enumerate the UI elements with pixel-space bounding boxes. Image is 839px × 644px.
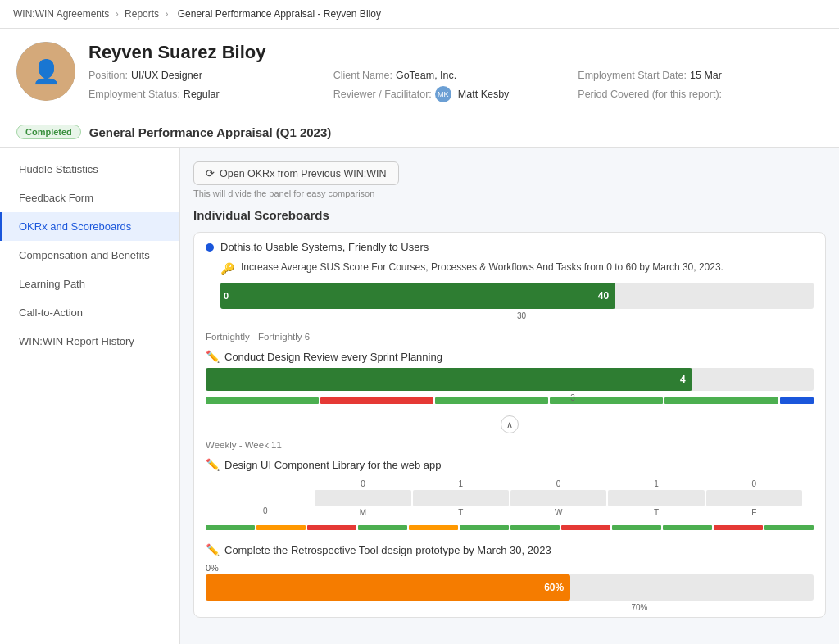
day-bar-T1 bbox=[413, 490, 509, 506]
open-okr-label: Open OKRx from Previous WIN:WIN bbox=[220, 168, 387, 179]
pencil-icon: ✏️ bbox=[206, 350, 220, 363]
sidebar-item-feedback[interactable]: Feedback Form bbox=[0, 184, 179, 212]
wm-3 bbox=[307, 525, 356, 530]
appraisal-title: General Performance Appraisal (Q1 2023) bbox=[89, 125, 331, 139]
fortnightly-bar-container: 4 3 bbox=[206, 368, 814, 391]
profile-name: Reyven Suarez Biloy bbox=[88, 42, 823, 63]
day-col-T1: 1 T bbox=[413, 479, 509, 517]
kr2-task-text: Complete the Retrospective Tool design p… bbox=[224, 544, 551, 556]
sidebar: Huddle Statistics Feedback Form OKRx and… bbox=[0, 148, 180, 644]
position-value: UI/UX Designer bbox=[131, 70, 202, 81]
wm-12 bbox=[764, 525, 814, 530]
mini-bar-3 bbox=[435, 397, 548, 404]
objective-row: Dothis.to Usable Systems, Friendly to Us… bbox=[194, 233, 825, 258]
day-label-F: F bbox=[706, 508, 802, 517]
fortnightly-bar-fill: 4 bbox=[206, 368, 692, 391]
kr1-row: 🔑 Increase Average SUS Score For Courses… bbox=[194, 258, 825, 315]
mini-bar-5 bbox=[664, 397, 778, 404]
sidebar-item-cta[interactable]: Call-to-Action bbox=[0, 298, 179, 327]
breadcrumb-reports[interactable]: Reports bbox=[125, 8, 159, 20]
wm-5 bbox=[409, 525, 458, 530]
client-label: Client Name: bbox=[333, 70, 392, 81]
weekly-task-text: Design UI Component Library for the web … bbox=[224, 459, 441, 471]
day-col-M: 0 M bbox=[315, 479, 410, 517]
mini-bar-6 bbox=[780, 397, 814, 404]
scoreboard-card-1: Dothis.to Usable Systems, Friendly to Us… bbox=[193, 232, 826, 618]
profile-info: Reyven Suarez Biloy Position: UI/UX Desi… bbox=[88, 42, 823, 102]
breadcrumb-current: General Performance Appraisal - Reyven B… bbox=[178, 8, 381, 20]
sidebar-item-history[interactable]: WIN:WIN Report History bbox=[0, 327, 179, 356]
emp-status-label: Employment Status: bbox=[88, 88, 180, 100]
weekly-period: Weekly - Week 11 bbox=[194, 437, 825, 453]
pencil3-icon: ✏️ bbox=[206, 543, 220, 556]
mini-bar-1 bbox=[206, 397, 319, 404]
breadcrumb-winwin[interactable]: WIN:WIN Agreements bbox=[13, 8, 109, 20]
refresh-icon: ⟳ bbox=[206, 167, 215, 179]
wm-7 bbox=[510, 525, 560, 530]
kr2-marker: 70% bbox=[631, 603, 647, 612]
wm-11 bbox=[714, 525, 763, 530]
fortnightly-mini-bars bbox=[194, 396, 825, 406]
weekly-bars: 0 0 M 1 T 0 W bbox=[206, 476, 814, 520]
avatar: 👤 bbox=[16, 42, 75, 101]
scoreboards-title: Individual Scoreboards bbox=[193, 208, 826, 222]
day-val-T2: 1 bbox=[608, 479, 704, 488]
fortnightly-task-text: Conduct Design Review every Sprint Plann… bbox=[224, 351, 442, 363]
kr1-bar-start: 0 bbox=[224, 291, 229, 301]
day-col-0: 0 bbox=[217, 506, 313, 517]
day-bar-F bbox=[706, 490, 802, 506]
day-bar-M bbox=[315, 490, 410, 506]
wm-8 bbox=[561, 525, 610, 530]
objective-text: Dothis.to Usable Systems, Friendly to Us… bbox=[220, 241, 429, 253]
appraisal-title-bar: Completed General Performance Appraisal … bbox=[0, 116, 839, 148]
emp-start-label: Employment Start Date: bbox=[578, 70, 687, 81]
fortnightly-marker: 3 bbox=[570, 393, 575, 402]
key-icon: 🔑 bbox=[220, 262, 234, 275]
day-bar-W bbox=[510, 490, 606, 506]
kr1-bar-fill: 0 40 bbox=[220, 283, 615, 309]
wm-4 bbox=[358, 525, 407, 530]
kr1-bar-label: 40 bbox=[598, 290, 609, 302]
emp-start-value: 15 Mar bbox=[690, 70, 722, 81]
kr2-bar-label: 60% bbox=[544, 582, 564, 593]
wm-6 bbox=[460, 525, 509, 530]
kr1-marker: 30 bbox=[517, 311, 526, 320]
open-okr-button[interactable]: ⟳ Open OKRx from Previous WIN:WIN bbox=[193, 161, 399, 185]
objective-dot bbox=[206, 243, 214, 252]
day-label-W: W bbox=[510, 508, 606, 517]
scroll-indicator[interactable]: ∧ bbox=[194, 412, 825, 437]
sidebar-item-compensation[interactable]: Compensation and Benefits bbox=[0, 241, 179, 270]
weekly-mini-bars bbox=[194, 524, 825, 532]
status-badge: Completed bbox=[16, 125, 81, 139]
day-val-W: 0 bbox=[510, 479, 606, 488]
kr2-bar-fill: 60% bbox=[206, 574, 570, 601]
scroll-up-button[interactable]: ∧ bbox=[501, 415, 519, 433]
reviewer-avatar: MK bbox=[435, 86, 451, 102]
pencil2-icon: ✏️ bbox=[206, 458, 220, 471]
profile-header: 👤 Reyven Suarez Biloy Position: UI/UX De… bbox=[0, 29, 839, 116]
mini-bar-4 bbox=[550, 397, 663, 404]
wm-10 bbox=[663, 525, 712, 530]
kr1-text: Increase Average SUS Score For Courses, … bbox=[241, 261, 723, 273]
sidebar-item-learning[interactable]: Learning Path bbox=[0, 270, 179, 298]
day-label-T2: T bbox=[608, 508, 704, 517]
reviewer-value: Matt Kesby bbox=[458, 88, 510, 100]
day-val-M: 0 bbox=[315, 479, 410, 488]
hint-text: This will divide the panel for easy comp… bbox=[193, 188, 826, 198]
position-label: Position: bbox=[88, 70, 128, 81]
sidebar-item-okrx[interactable]: OKRx and Scoreboards bbox=[0, 212, 179, 241]
wm-1 bbox=[206, 525, 255, 530]
main-layout: Huddle Statistics Feedback Form OKRx and… bbox=[0, 148, 839, 644]
kr2-task-row: ✏️ Complete the Retrospective Tool desig… bbox=[194, 538, 825, 561]
content-area: ⟳ Open OKRx from Previous WIN:WIN This w… bbox=[180, 148, 839, 644]
sidebar-item-huddle[interactable]: Huddle Statistics bbox=[0, 155, 179, 184]
weekly-task-row: ✏️ Design UI Component Library for the w… bbox=[194, 453, 825, 476]
fortnightly-task-row: ✏️ Conduct Design Review every Sprint Pl… bbox=[194, 345, 825, 368]
fortnightly-period: Fortnightly - Fortnightly 6 bbox=[194, 329, 825, 345]
day-col-W: 0 W bbox=[510, 479, 606, 517]
day-col-T2: 1 T bbox=[608, 479, 704, 517]
kr1-bar-container: 0 40 30 bbox=[220, 283, 814, 309]
fortnightly-bar-label: 4 bbox=[680, 374, 686, 385]
breadcrumb-sep1: › bbox=[116, 8, 119, 20]
day-label-T1: T bbox=[413, 508, 509, 517]
